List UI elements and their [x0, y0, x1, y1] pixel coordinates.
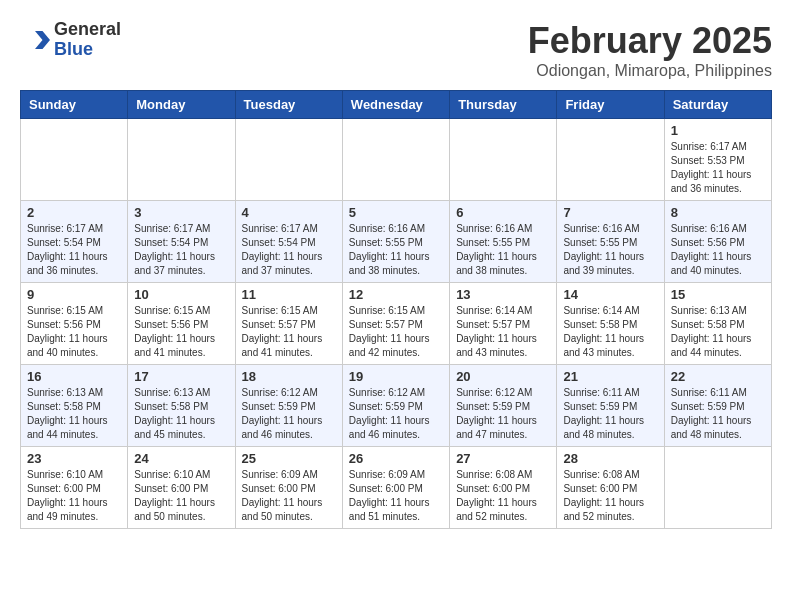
- day-number: 9: [27, 287, 121, 302]
- day-cell: 24Sunrise: 6:10 AM Sunset: 6:00 PM Dayli…: [128, 447, 235, 529]
- day-info: Sunrise: 6:12 AM Sunset: 5:59 PM Dayligh…: [349, 386, 443, 442]
- column-header-sunday: Sunday: [21, 91, 128, 119]
- day-number: 3: [134, 205, 228, 220]
- logo-icon: [20, 25, 50, 55]
- day-cell: 15Sunrise: 6:13 AM Sunset: 5:58 PM Dayli…: [664, 283, 771, 365]
- day-info: Sunrise: 6:16 AM Sunset: 5:55 PM Dayligh…: [349, 222, 443, 278]
- day-info: Sunrise: 6:15 AM Sunset: 5:57 PM Dayligh…: [242, 304, 336, 360]
- day-cell: 8Sunrise: 6:16 AM Sunset: 5:56 PM Daylig…: [664, 201, 771, 283]
- day-number: 14: [563, 287, 657, 302]
- header-row: SundayMondayTuesdayWednesdayThursdayFrid…: [21, 91, 772, 119]
- day-cell: 27Sunrise: 6:08 AM Sunset: 6:00 PM Dayli…: [450, 447, 557, 529]
- column-header-friday: Friday: [557, 91, 664, 119]
- week-row-1: 1Sunrise: 6:17 AM Sunset: 5:53 PM Daylig…: [21, 119, 772, 201]
- day-info: Sunrise: 6:13 AM Sunset: 5:58 PM Dayligh…: [134, 386, 228, 442]
- day-info: Sunrise: 6:10 AM Sunset: 6:00 PM Dayligh…: [134, 468, 228, 524]
- day-number: 1: [671, 123, 765, 138]
- day-number: 17: [134, 369, 228, 384]
- day-cell: 6Sunrise: 6:16 AM Sunset: 5:55 PM Daylig…: [450, 201, 557, 283]
- day-number: 15: [671, 287, 765, 302]
- day-info: Sunrise: 6:12 AM Sunset: 5:59 PM Dayligh…: [242, 386, 336, 442]
- week-row-5: 23Sunrise: 6:10 AM Sunset: 6:00 PM Dayli…: [21, 447, 772, 529]
- day-cell: 12Sunrise: 6:15 AM Sunset: 5:57 PM Dayli…: [342, 283, 449, 365]
- day-info: Sunrise: 6:17 AM Sunset: 5:53 PM Dayligh…: [671, 140, 765, 196]
- day-cell: 18Sunrise: 6:12 AM Sunset: 5:59 PM Dayli…: [235, 365, 342, 447]
- day-number: 16: [27, 369, 121, 384]
- day-number: 13: [456, 287, 550, 302]
- day-cell: 23Sunrise: 6:10 AM Sunset: 6:00 PM Dayli…: [21, 447, 128, 529]
- day-info: Sunrise: 6:17 AM Sunset: 5:54 PM Dayligh…: [27, 222, 121, 278]
- day-info: Sunrise: 6:09 AM Sunset: 6:00 PM Dayligh…: [242, 468, 336, 524]
- day-info: Sunrise: 6:15 AM Sunset: 5:56 PM Dayligh…: [27, 304, 121, 360]
- day-number: 5: [349, 205, 443, 220]
- day-number: 12: [349, 287, 443, 302]
- svg-marker-0: [35, 31, 50, 49]
- logo-blue-text: Blue: [54, 40, 121, 60]
- day-cell: 28Sunrise: 6:08 AM Sunset: 6:00 PM Dayli…: [557, 447, 664, 529]
- day-cell: 1Sunrise: 6:17 AM Sunset: 5:53 PM Daylig…: [664, 119, 771, 201]
- calendar-table: SundayMondayTuesdayWednesdayThursdayFrid…: [20, 90, 772, 529]
- page-header: General Blue February 2025 Odiongan, Mim…: [20, 20, 772, 80]
- day-number: 4: [242, 205, 336, 220]
- day-cell: [342, 119, 449, 201]
- day-number: 20: [456, 369, 550, 384]
- day-cell: 22Sunrise: 6:11 AM Sunset: 5:59 PM Dayli…: [664, 365, 771, 447]
- day-number: 6: [456, 205, 550, 220]
- day-number: 8: [671, 205, 765, 220]
- day-number: 11: [242, 287, 336, 302]
- day-number: 28: [563, 451, 657, 466]
- day-cell: [664, 447, 771, 529]
- day-number: 25: [242, 451, 336, 466]
- day-cell: [450, 119, 557, 201]
- day-info: Sunrise: 6:13 AM Sunset: 5:58 PM Dayligh…: [27, 386, 121, 442]
- day-info: Sunrise: 6:17 AM Sunset: 5:54 PM Dayligh…: [134, 222, 228, 278]
- column-header-monday: Monday: [128, 91, 235, 119]
- column-header-thursday: Thursday: [450, 91, 557, 119]
- day-info: Sunrise: 6:16 AM Sunset: 5:56 PM Dayligh…: [671, 222, 765, 278]
- day-info: Sunrise: 6:11 AM Sunset: 5:59 PM Dayligh…: [671, 386, 765, 442]
- day-info: Sunrise: 6:13 AM Sunset: 5:58 PM Dayligh…: [671, 304, 765, 360]
- day-info: Sunrise: 6:14 AM Sunset: 5:58 PM Dayligh…: [563, 304, 657, 360]
- day-info: Sunrise: 6:16 AM Sunset: 5:55 PM Dayligh…: [563, 222, 657, 278]
- day-number: 21: [563, 369, 657, 384]
- column-header-wednesday: Wednesday: [342, 91, 449, 119]
- day-number: 19: [349, 369, 443, 384]
- day-info: Sunrise: 6:17 AM Sunset: 5:54 PM Dayligh…: [242, 222, 336, 278]
- day-cell: 10Sunrise: 6:15 AM Sunset: 5:56 PM Dayli…: [128, 283, 235, 365]
- title-section: February 2025 Odiongan, Mimaropa, Philip…: [528, 20, 772, 80]
- day-cell: 7Sunrise: 6:16 AM Sunset: 5:55 PM Daylig…: [557, 201, 664, 283]
- day-number: 18: [242, 369, 336, 384]
- logo: General Blue: [20, 20, 121, 60]
- day-info: Sunrise: 6:08 AM Sunset: 6:00 PM Dayligh…: [456, 468, 550, 524]
- column-header-saturday: Saturday: [664, 91, 771, 119]
- day-number: 7: [563, 205, 657, 220]
- day-info: Sunrise: 6:12 AM Sunset: 5:59 PM Dayligh…: [456, 386, 550, 442]
- day-number: 22: [671, 369, 765, 384]
- day-info: Sunrise: 6:08 AM Sunset: 6:00 PM Dayligh…: [563, 468, 657, 524]
- day-info: Sunrise: 6:14 AM Sunset: 5:57 PM Dayligh…: [456, 304, 550, 360]
- week-row-4: 16Sunrise: 6:13 AM Sunset: 5:58 PM Dayli…: [21, 365, 772, 447]
- day-cell: [128, 119, 235, 201]
- day-cell: 21Sunrise: 6:11 AM Sunset: 5:59 PM Dayli…: [557, 365, 664, 447]
- day-number: 23: [27, 451, 121, 466]
- day-cell: 20Sunrise: 6:12 AM Sunset: 5:59 PM Dayli…: [450, 365, 557, 447]
- logo-text: General Blue: [54, 20, 121, 60]
- day-cell: 2Sunrise: 6:17 AM Sunset: 5:54 PM Daylig…: [21, 201, 128, 283]
- day-cell: [21, 119, 128, 201]
- day-info: Sunrise: 6:15 AM Sunset: 5:56 PM Dayligh…: [134, 304, 228, 360]
- logo-general-text: General: [54, 20, 121, 40]
- day-number: 24: [134, 451, 228, 466]
- day-info: Sunrise: 6:09 AM Sunset: 6:00 PM Dayligh…: [349, 468, 443, 524]
- week-row-3: 9Sunrise: 6:15 AM Sunset: 5:56 PM Daylig…: [21, 283, 772, 365]
- column-header-tuesday: Tuesday: [235, 91, 342, 119]
- day-cell: [235, 119, 342, 201]
- calendar-title: February 2025: [528, 20, 772, 62]
- day-number: 26: [349, 451, 443, 466]
- day-cell: 3Sunrise: 6:17 AM Sunset: 5:54 PM Daylig…: [128, 201, 235, 283]
- day-cell: 17Sunrise: 6:13 AM Sunset: 5:58 PM Dayli…: [128, 365, 235, 447]
- day-number: 10: [134, 287, 228, 302]
- day-cell: 19Sunrise: 6:12 AM Sunset: 5:59 PM Dayli…: [342, 365, 449, 447]
- day-cell: 16Sunrise: 6:13 AM Sunset: 5:58 PM Dayli…: [21, 365, 128, 447]
- day-info: Sunrise: 6:16 AM Sunset: 5:55 PM Dayligh…: [456, 222, 550, 278]
- week-row-2: 2Sunrise: 6:17 AM Sunset: 5:54 PM Daylig…: [21, 201, 772, 283]
